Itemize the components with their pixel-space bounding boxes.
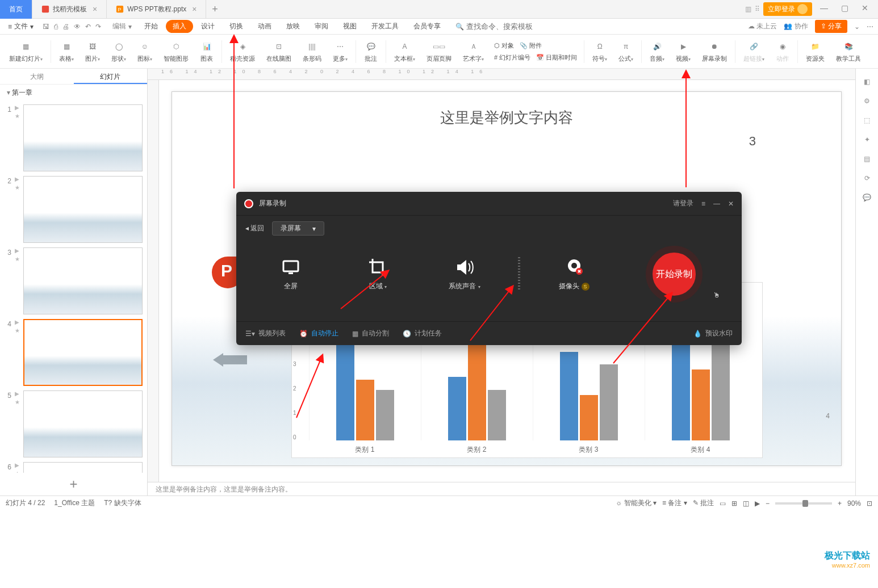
minimize-icon[interactable]: — [713,200,720,208]
ribbon-更多[interactable]: ⋯更多▾ [327,35,353,68]
collab-button[interactable]: 👥 协作 [784,22,808,31]
apps-icon[interactable]: ⠿ [755,5,760,13]
save-icon[interactable]: 🖫 [43,23,49,31]
minimize-button[interactable]: — [816,3,833,15]
tab-templates[interactable]: 找稻壳模板× [32,0,107,19]
comments-toggle[interactable]: ✎ 批注 [693,498,714,508]
thumbnail[interactable] [23,104,143,171]
view-slideshow-icon[interactable]: ▶ [755,499,760,507]
footer-schedule[interactable]: 🕓计划任务 [403,329,442,338]
ribbon-艺术字[interactable]: Ａ艺术字▾ [457,35,490,68]
smart-beautify[interactable]: ☼ 智能美化 ▾ [616,498,657,508]
add-slide-button[interactable]: + [0,473,147,495]
share-button[interactable]: ⇪ 分享 [815,20,847,33]
tab-slides[interactable]: 幻灯片 [74,69,148,84]
edit-dropdown[interactable]: 编辑 ▾ [112,22,132,31]
footer-watermark[interactable]: 💧预设水印 [693,329,733,338]
close-button[interactable]: ✕ [856,3,873,15]
ribbon-tab[interactable]: 动画 [251,20,278,33]
ribbon-屏幕录制[interactable]: ⏺屏幕录制 [696,35,733,68]
notes-pane[interactable]: 这里是举例备注内容，这里是举例备注内容。 [148,482,855,495]
ribbon-超链接[interactable]: 🔗超链接▾ [738,35,770,68]
ribbon-small[interactable]: 📎 附件 [520,41,542,50]
zoom-in[interactable]: + [838,499,842,507]
ribbon-tab[interactable]: 会员专享 [407,20,448,33]
tab-home[interactable]: 首页 [0,0,32,19]
ribbon-在线脑图[interactable]: ⊡在线脑图 [261,35,297,68]
footer-auto-stop[interactable]: ⏰自动停止 [299,329,338,338]
ribbon-智能图形[interactable]: ⬡智能图形 [158,35,194,68]
recorder-mode-select[interactable]: 录屏幕▾ [272,221,324,236]
search-input[interactable] [466,22,534,31]
preview-icon[interactable]: 👁 [74,23,81,31]
footer-auto-split[interactable]: ▦自动分割 [352,329,389,338]
ribbon-批注[interactable]: 💬批注 [358,35,383,68]
notes-toggle[interactable]: ≡ 备注 ▾ [662,498,687,508]
ribbon-small[interactable]: ⬡ 对象 [494,41,514,50]
ribbon-页眉页脚[interactable]: ▭▭页眉页脚 [421,35,457,68]
close-icon[interactable]: × [192,5,196,14]
ribbon-动作[interactable]: ◉动作 [770,35,795,68]
ribbon-tab[interactable]: 放映 [279,20,307,33]
option-area[interactable]: 区域 ▾ [335,258,421,291]
ribbon-图表[interactable]: 📊图表 [194,35,219,68]
ribbon-视频[interactable]: ▶视频▾ [670,35,696,68]
ribbon-tab[interactable]: 开发工具 [365,20,405,33]
ribbon-新建幻灯片[interactable]: ▦新建幻灯片▾ [3,35,48,68]
command-search[interactable]: 🔍 [455,22,534,31]
recorder-login-link[interactable]: 请登录 [673,199,693,208]
side-anim-icon[interactable]: ✦ [864,136,870,144]
ribbon-稻壳资源[interactable]: ◈稻壳资源 [224,35,261,68]
ribbon-tab[interactable]: 审阅 [308,20,335,33]
side-trans-icon[interactable]: ⟳ [864,174,870,182]
ribbon-tab[interactable]: 插入 [166,20,193,33]
thumbnail[interactable] [23,319,143,386]
ribbon-tab[interactable]: 切换 [223,20,250,33]
undo-icon[interactable]: ↶ [85,23,91,31]
footer-video-list[interactable]: ☰▾视频列表 [245,329,286,338]
side-settings-icon[interactable]: ⚙ [864,97,870,105]
ribbon-tab[interactable]: 视图 [336,20,363,33]
start-record-button[interactable]: 开始录制 [646,246,703,303]
thumbnail[interactable] [23,462,143,473]
ribbon-音频[interactable]: 🔊音频▾ [644,35,670,68]
option-sound[interactable]: 系统声音 ▾ [421,258,508,291]
thumbnail[interactable] [23,247,143,314]
ribbon-图片[interactable]: 🖼图片▾ [80,35,106,68]
thumbnail[interactable] [23,176,143,243]
cloud-status[interactable]: ☁ 未上云 [748,22,777,31]
ribbon-表格[interactable]: ▦表格▾ [53,35,80,68]
zoom-out[interactable]: − [766,499,770,507]
option-fullscreen[interactable]: 全屏 [248,258,335,291]
menu-icon[interactable]: ≡ [701,200,705,208]
ribbon-small[interactable]: # 幻灯片编号 [494,53,530,62]
tab-add[interactable]: + [206,3,223,15]
redo-icon[interactable]: ↷ [95,23,101,31]
side-props-icon[interactable]: ▤ [864,155,870,163]
side-style-icon[interactable]: ⬚ [864,116,870,124]
slide-title[interactable]: 这里是举例文字内容 [172,108,841,128]
side-comments-icon[interactable]: 💬 [863,194,871,201]
ribbon-tab[interactable]: 设计 [194,20,221,33]
ribbon-条形码[interactable]: ||||条形码 [297,35,327,68]
tab-outline[interactable]: 大纲 [0,69,74,84]
zoom-value[interactable]: 90% [847,499,861,507]
tab-file[interactable]: P WPS PPT教程.pptx× [107,0,206,19]
recorder-back[interactable]: ◂ 返回 [245,224,264,233]
layout-grid-icon[interactable]: ▥ [745,5,751,13]
view-normal-icon[interactable]: ▭ [720,499,726,507]
ribbon-教学工具[interactable]: 📚教学工具 [830,35,867,68]
file-menu[interactable]: ≡ 文件 ▾ [5,22,37,31]
ribbon-图标[interactable]: ☺图标▾ [132,35,158,68]
ribbon-文本框[interactable]: A文本框▾ [388,35,421,68]
thumbnail[interactable] [23,390,143,457]
view-sorter-icon[interactable]: ⊞ [731,499,737,507]
missing-font[interactable]: T? 缺失字体 [104,498,141,508]
export-icon[interactable]: ⎙ [54,23,58,31]
login-button[interactable]: 立即登录 [763,2,812,16]
fit-icon[interactable]: ⊡ [867,499,872,507]
chevron-down-icon[interactable]: ⌄ [854,23,860,31]
close-icon[interactable]: ✕ [728,200,734,208]
ribbon-资源夹[interactable]: 📁资源夹 [800,35,830,68]
maximize-button[interactable]: ▢ [836,3,853,15]
